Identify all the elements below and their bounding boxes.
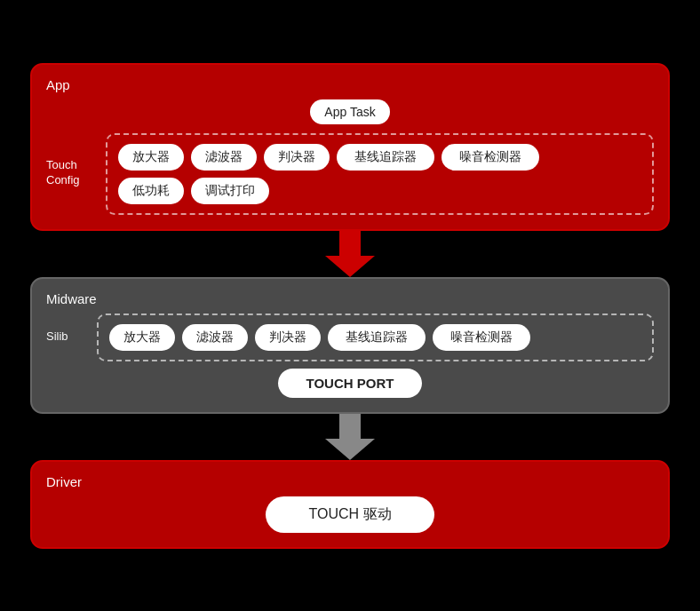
pill-filter-mid: 滤波器	[182, 324, 248, 351]
pill-amplifier-app: 放大器	[118, 144, 184, 171]
silib-box: 放大器 滤波器 判决器 基线追踪器 噪音检测器	[97, 313, 654, 361]
touch-port-row: TOUCH PORT	[46, 369, 654, 398]
pill-filter-app: 滤波器	[191, 144, 257, 171]
pill-noise-app: 噪音检测器	[441, 144, 539, 171]
silib-pills-row: 放大器 滤波器 判决器 基线追踪器 噪音检测器	[109, 324, 641, 351]
pill-amplifier-mid: 放大器	[109, 324, 175, 351]
pill-baseline-mid: 基线追踪器	[328, 324, 426, 351]
midware-layer-label: Midware	[46, 291, 654, 306]
gray-arrow-container	[325, 414, 375, 460]
pill-noise-mid: 噪音检测器	[433, 324, 530, 351]
diagram: App App Task TouchConfig 放大器 滤波器 判决器 基线追…	[30, 63, 670, 549]
touch-config-box: 放大器 滤波器 判决器 基线追踪器 噪音检测器 低功耗 调试打印	[106, 133, 654, 215]
touch-config-label: TouchConfig	[46, 158, 80, 188]
svg-marker-1	[325, 414, 375, 460]
red-arrow-container	[325, 231, 375, 277]
config-pills-row2: 低功耗 调试打印	[118, 178, 641, 204]
config-pills-row1: 放大器 滤波器 判决器 基线追踪器 噪音检测器	[118, 144, 641, 171]
svg-marker-0	[325, 231, 375, 277]
driver-content: TOUCH 驱动	[46, 496, 654, 533]
silib-label: Silib	[46, 329, 68, 343]
pill-lowpower-app: 低功耗	[118, 178, 184, 204]
app-layer-label: App	[46, 77, 654, 92]
red-arrow	[325, 231, 375, 277]
pill-debug-app: 调试打印	[191, 178, 269, 204]
touch-port-pill: TOUCH PORT	[278, 369, 423, 398]
pill-judge-mid: 判决器	[255, 324, 321, 351]
pill-judge-app: 判决器	[264, 144, 330, 171]
midware-layer: Midware Silib 放大器 滤波器 判决器 基线追踪器 噪音检测器 TO…	[30, 277, 670, 414]
pill-baseline-app: 基线追踪器	[337, 144, 434, 171]
driver-layer-label: Driver	[46, 474, 654, 489]
touch-driver-pill: TOUCH 驱动	[266, 496, 434, 533]
gray-arrow	[325, 414, 375, 460]
app-layer: App App Task TouchConfig 放大器 滤波器 判决器 基线追…	[30, 63, 670, 231]
driver-layer: Driver TOUCH 驱动	[30, 460, 670, 549]
apptask-pill: App Task	[310, 99, 389, 124]
